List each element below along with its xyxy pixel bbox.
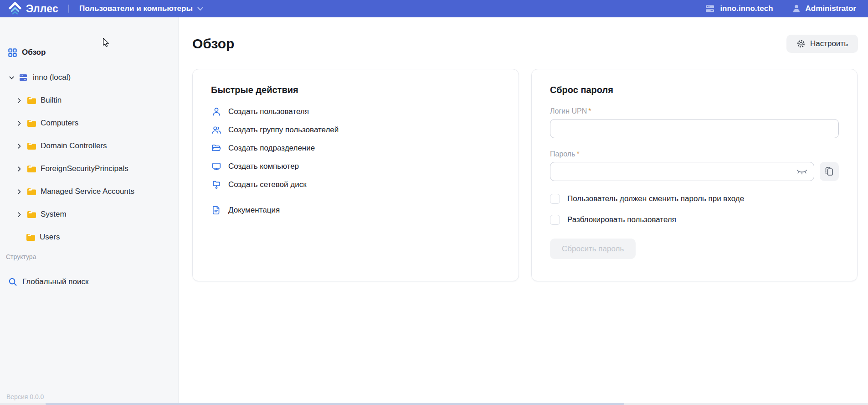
action-label: Создать компьютер [228,162,299,171]
password-input[interactable] [550,162,814,181]
create-org-unit-action[interactable]: Создать подразделение [211,139,500,157]
chevron-right-icon[interactable] [16,97,23,104]
action-label: Создать подразделение [228,144,315,153]
configure-button-label: Настроить [810,39,848,48]
action-label: Создать пользователя [228,107,309,116]
create-computer-action[interactable]: Создать компьютер [211,157,500,176]
dashboard-grid-icon [8,48,17,57]
folder-icon [27,119,36,127]
folder-icon [27,188,36,196]
sidebar-item-domain-root[interactable]: inno (local) [0,66,178,89]
open-folder-icon [211,143,222,153]
upn-input[interactable] [550,119,839,138]
upn-label: Логин UPN* [550,107,839,115]
domain-indicator[interactable]: inno.inno.tech [705,4,773,13]
user-icon [211,107,222,117]
module-switcher[interactable]: Пользователи и компьютеры [79,4,203,13]
password-reset-card: Сброс пароля Логин UPN* Пароль* [531,69,858,281]
header-divider [68,5,69,13]
main-content: Обзор Настроить Быстрые действия [179,17,868,405]
tree-item-label: Users [40,233,60,242]
create-network-drive-action[interactable]: Создать сетевой диск [211,176,500,194]
global-search-label: Глобальный поиск [22,277,88,286]
tree-item-label: Computers [41,119,78,128]
folder-icon [27,211,36,218]
quick-actions-title: Быстрые действия [211,85,500,95]
chevron-right-icon[interactable] [16,188,23,195]
app-name: Эллес [26,3,58,15]
tree-item-label: Managed Service Accounts [41,187,134,196]
structure-section-label: Структура [0,253,178,260]
tree-item-label: Domain Controllers [41,141,107,151]
must-change-password-label[interactable]: Пользователь должен сменить пароль при в… [567,194,744,203]
unlock-user-label[interactable]: Разблокировать пользователя [567,215,676,224]
app-logo[interactable]: Эллес [8,2,58,16]
unlock-user-option[interactable]: Разблокировать пользователя [550,215,839,225]
user-group-icon [211,125,222,135]
sidebar-item-users[interactable]: Users [0,226,178,249]
folder-icon [27,97,36,104]
domain-name: inno.inno.tech [720,4,773,13]
domain-server-icon [19,74,29,81]
chevron-right-icon[interactable] [16,166,23,172]
action-label: Создать группу пользователей [228,125,339,135]
reset-password-button[interactable]: Сбросить пароль [550,239,636,259]
search-icon [8,277,17,286]
must-change-password-option[interactable]: Пользователь должен сменить пароль при в… [550,194,839,204]
user-menu[interactable]: Administrator [792,4,856,13]
toggle-password-visibility-button[interactable] [796,168,808,176]
copy-password-button[interactable] [820,162,839,181]
required-mark: * [588,107,591,115]
folder-icon [26,234,36,241]
chevron-right-icon[interactable] [16,120,23,127]
tree-item-label: System [41,210,67,219]
sidebar: Обзор inno (local) [0,17,179,405]
tree-item-label: inno (local) [33,73,71,82]
elles-logo-icon [8,2,22,16]
document-icon [211,205,222,215]
user-icon [792,4,801,13]
quick-actions-card: Быстрые действия Создать пользователя [192,69,519,281]
copy-icon [825,166,834,177]
must-change-password-checkbox[interactable] [550,194,560,204]
user-name: Administrator [806,4,856,13]
chevron-right-icon[interactable] [16,211,23,218]
sidebar-item-computers[interactable]: Computers [0,112,178,135]
top-bar: Эллес Пользователи и компьютеры inno.inn… [0,0,868,17]
folder-icon [27,142,36,150]
chevron-right-icon[interactable] [16,143,23,150]
password-reset-title: Сброс пароля [550,85,839,95]
create-user-action[interactable]: Создать пользователя [211,103,500,121]
global-search[interactable]: Глобальный поиск [0,270,178,293]
unlock-user-checkbox[interactable] [550,215,560,225]
sidebar-item-managed-service-accounts[interactable]: Managed Service Accounts [0,180,178,203]
password-label: Пароль* [550,150,839,158]
tree-item-label: ForeignSecurityPrincipals [41,164,128,173]
sidebar-item-builtin[interactable]: Builtin [0,89,178,112]
chevron-down-icon [197,7,203,11]
sidebar-item-overview[interactable]: Обзор [0,41,178,64]
network-drive-icon [211,180,222,190]
sidebar-item-system[interactable]: System [0,203,178,226]
folder-icon [27,165,36,173]
sidebar-overview-label: Обзор [22,48,46,57]
sidebar-item-foreign-security-principals[interactable]: ForeignSecurityPrincipals [0,157,178,180]
chevron-down-icon[interactable] [8,74,15,81]
documentation-link[interactable]: Документация [211,201,500,219]
server-icon [705,4,715,13]
gear-icon [796,39,806,48]
required-mark: * [577,150,580,158]
app-version: Версия 0.0.0 [6,393,44,400]
create-user-group-action[interactable]: Создать группу пользователей [211,121,500,139]
action-label: Создать сетевой диск [228,180,307,189]
eye-closed-icon [796,168,808,176]
sidebar-item-domain-controllers[interactable]: Domain Controllers [0,135,178,157]
documentation-label: Документация [228,206,280,215]
computer-icon [211,161,222,171]
horizontal-scrollbar-track [0,403,868,405]
horizontal-scrollbar-thumb[interactable] [46,403,624,405]
module-title: Пользователи и компьютеры [79,4,193,13]
tree-item-label: Builtin [41,96,62,105]
configure-button[interactable]: Настроить [786,35,858,53]
page-title: Обзор [192,36,234,52]
